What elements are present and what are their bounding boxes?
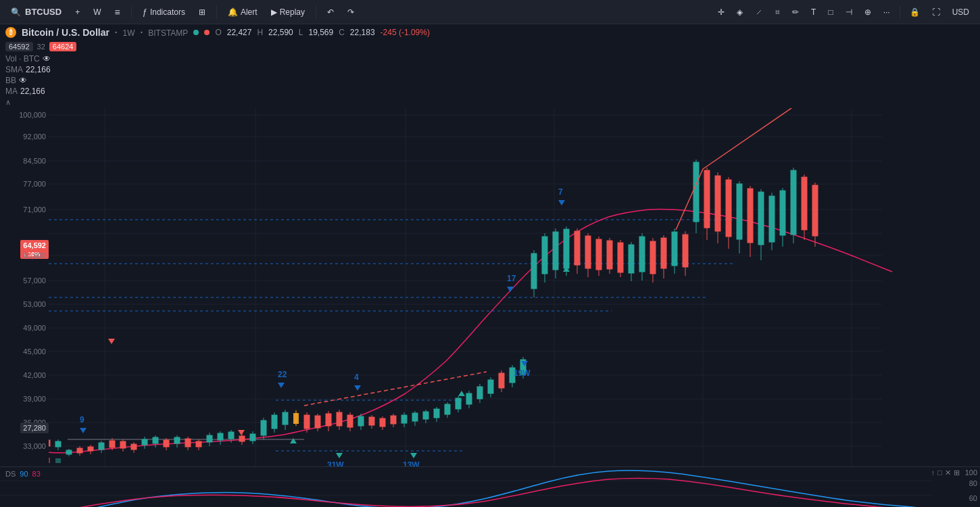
svg-rect-111	[401, 415, 407, 423]
oscillator-svg-wrapper[interactable]: DS 90 83	[0, 467, 931, 507]
timeframe-label: W	[93, 7, 101, 17]
bb-eye-icon[interactable]: 👁	[19, 76, 27, 85]
svg-rect-79	[228, 432, 234, 439]
measure-tool[interactable]: ⊣	[840, 5, 858, 20]
svg-rect-49	[66, 450, 72, 454]
svg-rect-115	[423, 412, 428, 419]
price-71000: 71,000	[23, 206, 46, 214]
price-42000: 42,000	[23, 371, 46, 379]
svg-marker-204	[108, 339, 115, 344]
search-icon: 🔍	[11, 7, 21, 17]
redo-icon: ↷	[347, 7, 354, 17]
chart-info-bar: ₿ Bitcoin / U.S. Dollar · 1W · BITSTAMP …	[0, 24, 980, 41]
svg-rect-151	[618, 243, 623, 272]
currency-button[interactable]: USD	[947, 5, 975, 20]
svg-rect-181	[780, 191, 785, 235]
low-value: 19,569	[308, 28, 333, 37]
ma-value: 22,166	[20, 87, 45, 96]
price-tags-row: 64592 32 64624	[0, 41, 980, 53]
svg-rect-67	[164, 440, 169, 447]
svg-rect-129	[499, 373, 504, 388]
more-tools[interactable]: ···	[878, 5, 896, 20]
shapes-tool[interactable]: □	[823, 5, 838, 20]
eye-icon[interactable]: 👁	[43, 54, 51, 64]
svg-text:7: 7	[558, 187, 563, 197]
ma-indicator: MA 22,166	[5, 87, 975, 96]
price-57000: 57,000	[23, 276, 46, 285]
replay-button[interactable]: ▶ Replay	[266, 5, 310, 20]
osc-toolbar[interactable]: ↑ □ ✕ ⊞ 100	[931, 468, 977, 477]
osc-scale-value: 100	[965, 468, 977, 477]
price-100000: 100,000	[19, 111, 46, 119]
main-chart-svg-wrapper[interactable]: .grid-line { stroke: #2a2e39; stroke-wid…	[0, 108, 980, 466]
svg-rect-97	[326, 414, 331, 426]
svg-rect-109	[391, 416, 396, 424]
sep-right-1	[900, 5, 900, 19]
svg-rect-61	[131, 444, 137, 450]
svg-rect-135	[531, 254, 537, 289]
svg-marker-209	[458, 391, 465, 396]
top-toolbar: 🔍 BTCUSD + W ≡ ƒ Indicators ⊞ 🔔 Alert ▶ …	[0, 0, 980, 24]
sma-value: 22,166	[26, 65, 51, 74]
bar-type-icon: ≡	[115, 7, 120, 18]
svg-rect-77	[218, 433, 223, 440]
svg-rect-185	[802, 177, 807, 230]
svg-marker-205	[238, 430, 245, 435]
svg-rect-51	[77, 448, 82, 453]
templates-button[interactable]: ⊞	[193, 5, 211, 20]
close-value: 22,183	[350, 28, 375, 37]
separator-2	[216, 5, 217, 19]
trend-line-tool[interactable]: ⟋	[750, 5, 768, 20]
svg-rect-123	[466, 393, 472, 404]
alert-button[interactable]: 🔔 Alert	[222, 5, 263, 20]
bar-type-button[interactable]: ≡	[109, 4, 126, 20]
chart-canvas-wrapper[interactable]: .grid-line { stroke: #2a2e39; stroke-wid…	[0, 108, 980, 507]
templates-icon: ⊞	[199, 7, 205, 17]
zoom-tool[interactable]: ⊕	[859, 5, 877, 20]
replay-icon: ▶	[271, 7, 277, 17]
plus-icon: +	[75, 7, 80, 17]
svg-rect-69	[174, 437, 180, 443]
svg-rect-171	[726, 180, 731, 237]
brush-tool[interactable]: ✏	[787, 5, 804, 20]
svg-rect-145	[585, 236, 591, 268]
svg-rect-59	[120, 441, 126, 448]
osc-level-60: 60	[969, 494, 977, 502]
price-33000: 33,000	[23, 442, 46, 450]
svg-rect-157	[650, 241, 656, 274]
svg-rect-101	[347, 415, 353, 427]
indicators-button[interactable]: ƒ Indicators	[137, 4, 191, 20]
svg-rect-89	[283, 412, 288, 425]
svg-rect-103	[358, 416, 364, 426]
crosshair-tool[interactable]: ✛	[712, 5, 730, 20]
fullscreen-button[interactable]: ⛶	[927, 5, 946, 20]
text-tool[interactable]: T	[806, 5, 821, 20]
svg-marker-200	[336, 453, 343, 458]
svg-marker-191	[507, 287, 514, 292]
svg-rect-83	[250, 434, 255, 441]
svg-rect-155	[639, 237, 645, 272]
price-61000: 61,000	[23, 251, 46, 260]
svg-marker-193	[278, 383, 285, 388]
fib-tool[interactable]: ⌗	[770, 5, 785, 20]
svg-rect-147	[596, 239, 602, 270]
svg-text:4: 4	[354, 372, 359, 382]
magnet-tool[interactable]: ◈	[731, 5, 748, 20]
timeframe-button[interactable]: W	[88, 5, 106, 20]
svg-rect-149	[607, 241, 612, 269]
svg-rect-95	[315, 416, 320, 428]
svg-rect-121	[456, 398, 461, 409]
high-value: 22,590	[268, 28, 293, 37]
svg-rect-173	[737, 184, 742, 239]
redo-button[interactable]: ↷	[342, 5, 360, 20]
price-tag-3[interactable]: 64624	[49, 42, 77, 51]
svg-rect-175	[748, 189, 753, 243]
svg-rect-179	[769, 196, 775, 242]
ticker-search-button[interactable]: 🔍 BTCUSD	[5, 4, 67, 20]
price-tag-1[interactable]: 64592	[5, 42, 33, 51]
add-indicator-button[interactable]: +	[70, 5, 85, 20]
undo-button[interactable]: ↶	[322, 5, 339, 20]
expand-icon[interactable]: ∧	[5, 98, 11, 106]
svg-rect-119	[445, 404, 450, 414]
lock-button[interactable]: 🔒	[904, 5, 925, 20]
